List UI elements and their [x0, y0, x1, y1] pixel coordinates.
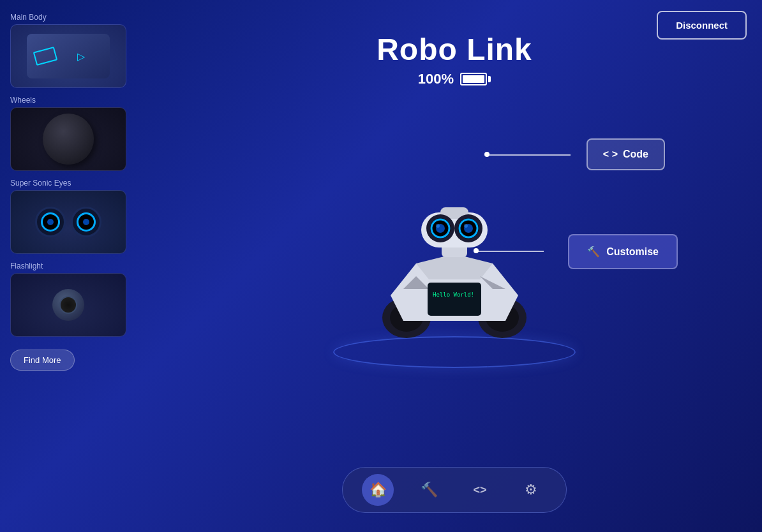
eye-left: [35, 207, 66, 237]
part-label-flashlight: Flashlight: [10, 262, 137, 270]
connector-line-customise: [477, 251, 544, 252]
flashlight-lens: [59, 296, 77, 314]
main-content: Disconnect Robo Link 100%: [147, 0, 762, 532]
battery-fill: [463, 75, 484, 83]
part-label-eyes: Super Sonic Eyes: [10, 179, 137, 188]
disconnect-button[interactable]: Disconnect: [657, 11, 747, 40]
part-card-flashlight[interactable]: [10, 273, 126, 337]
sidebar: Main Body Wheels Super Sonic Eyes: [0, 0, 147, 532]
flashlight-visual: [40, 283, 97, 327]
svg-point-23: [464, 224, 468, 228]
tools-icon: 🔨: [421, 482, 438, 498]
bottom-nav: 🏠 🔨 <> ⚙: [342, 467, 567, 513]
robot-scene: Hello World!: [231, 100, 678, 387]
code-button[interactable]: < > Code: [586, 138, 665, 170]
code-icon: < >: [603, 149, 618, 160]
eye-pupil-right: [83, 219, 89, 225]
home-icon: 🏠: [370, 482, 387, 498]
eyes-visual: [35, 207, 101, 237]
nav-item-settings[interactable]: ⚙: [515, 474, 547, 506]
nav-item-home[interactable]: 🏠: [362, 474, 394, 506]
eye-pupil-left: [47, 219, 54, 225]
part-card-wheels[interactable]: [10, 107, 126, 171]
eye-inner-right: [77, 212, 96, 232]
svg-marker-5: [416, 254, 493, 279]
nav-item-tools[interactable]: 🔨: [413, 474, 445, 506]
connector-line-code: [488, 154, 571, 156]
code-nav-icon: <>: [473, 484, 486, 497]
code-button-label: Code: [623, 149, 648, 160]
settings-icon: ⚙: [525, 482, 537, 498]
sidebar-part-eyes: Super Sonic Eyes: [10, 179, 137, 254]
sidebar-part-wheels: Wheels: [10, 96, 137, 171]
battery-icon: [460, 73, 491, 85]
part-card-main-body[interactable]: [10, 24, 126, 88]
customise-icon: 🔨: [587, 246, 600, 258]
customise-button[interactable]: 🔨 Customise: [568, 234, 678, 269]
svg-rect-9: [428, 283, 481, 316]
battery-row: 100%: [418, 71, 491, 87]
customise-button-label: Customise: [606, 246, 659, 258]
robot-container: Hello World!: [352, 149, 557, 355]
connector-dot-code: [484, 152, 489, 157]
eye-inner-left: [41, 212, 60, 232]
part-label-wheels: Wheels: [10, 96, 137, 105]
part-card-eyes[interactable]: [10, 190, 126, 254]
find-more-button[interactable]: Find More: [10, 350, 75, 371]
part-label-main-body: Main Body: [10, 13, 137, 22]
svg-point-22: [436, 224, 440, 228]
flashlight-body: [52, 289, 84, 321]
battery-percent: 100%: [418, 71, 454, 87]
connector-dot-customise: [474, 248, 479, 253]
eye-right: [71, 207, 101, 237]
robot-title: Robo Link: [377, 32, 532, 67]
battery-tip: [488, 76, 491, 82]
battery-body: [460, 73, 487, 85]
sidebar-part-flashlight: Flashlight: [10, 262, 137, 337]
main-body-visual: [27, 34, 110, 78]
sidebar-part-main-body: Main Body: [10, 13, 137, 88]
wheel-visual: [43, 114, 94, 165]
nav-item-code[interactable]: <>: [464, 474, 496, 506]
svg-text:Hello World!: Hello World!: [433, 292, 474, 298]
